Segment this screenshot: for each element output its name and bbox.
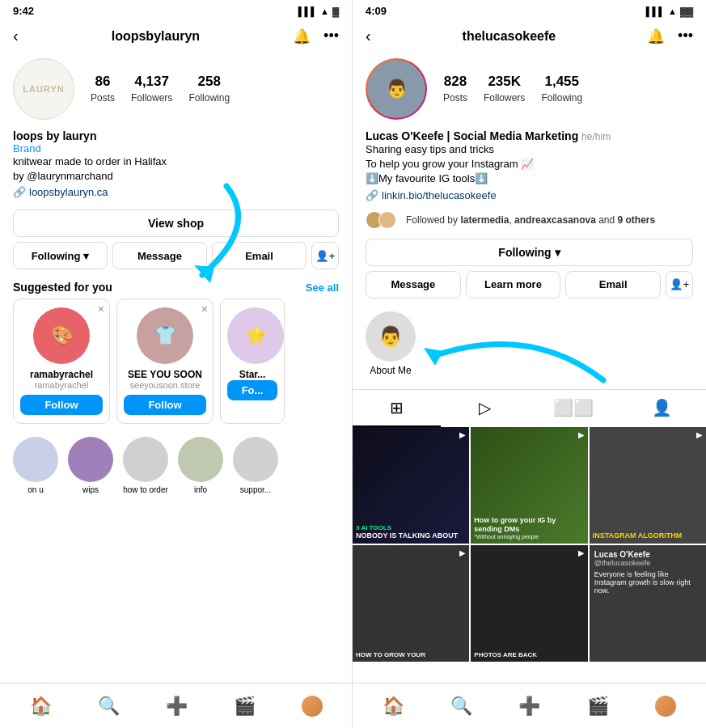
post-thumb-5[interactable]: ▶ PHOTOS ARE BACK bbox=[471, 545, 587, 662]
profile-nav-avatar-right[interactable] bbox=[655, 696, 676, 717]
following-button-right[interactable]: Following ▾ bbox=[366, 239, 693, 266]
add-nav-icon-left[interactable]: ➕ bbox=[166, 696, 188, 717]
post-overlay-5: PHOTOS ARE BACK bbox=[471, 648, 587, 662]
back-icon-right[interactable]: ‹ bbox=[366, 27, 371, 45]
status-icons-left: ▌▌▌ ▲ ▓ bbox=[298, 6, 339, 16]
close-card-1[interactable]: × bbox=[98, 303, 104, 315]
home-nav-icon-right[interactable]: 🏠 bbox=[383, 696, 404, 717]
chevron-down-icon-right: ▾ bbox=[555, 246, 560, 259]
post-thumb-4[interactable]: ▶ HOW TO GROW YOUR bbox=[353, 545, 469, 662]
btn-row-right: Message Learn more Email 👤+ bbox=[366, 271, 693, 298]
avatar-left: LAURYN bbox=[13, 58, 74, 120]
learn-more-button[interactable]: Learn more bbox=[466, 271, 561, 298]
stat-following-left: 258 Following bbox=[188, 74, 230, 104]
more-icon[interactable]: ••• bbox=[323, 28, 339, 44]
reels-nav-icon-right[interactable]: 🎬 bbox=[587, 696, 609, 717]
tab-tagged[interactable]: 👤 bbox=[618, 390, 706, 427]
nav-icons-right: 🔔 ••• bbox=[647, 28, 693, 45]
see-all-link[interactable]: See all bbox=[306, 281, 339, 294]
grid-tabs-right: ⊞ ▷ ⬜⬜ 👤 bbox=[353, 389, 706, 427]
status-bar-left: 9:42 ▌▌▌ ▲ ▓ bbox=[0, 0, 352, 20]
bio-name-left: loops by lauryn bbox=[13, 129, 339, 142]
bio-link-left[interactable]: 🔗 loopsbylauryn.ca bbox=[13, 186, 339, 198]
story-item-4[interactable]: info bbox=[178, 437, 223, 494]
story-label-2: wips bbox=[82, 485, 99, 494]
post-thumb-6[interactable]: Lucas O'Keefe @thelucasokeefe Everyone i… bbox=[590, 545, 706, 662]
follow-button-1[interactable]: Follow bbox=[20, 395, 103, 415]
story-circle-2 bbox=[68, 437, 113, 482]
wifi-icon: ▲ bbox=[320, 6, 329, 16]
bio-name-right: Lucas O'Keefe | Social Media Marketing h… bbox=[366, 129, 693, 142]
stat-followers-right: 235K Followers bbox=[484, 74, 525, 104]
search-nav-icon-right[interactable]: 🔍 bbox=[450, 696, 472, 717]
story-label-1: on u bbox=[27, 485, 43, 494]
suggested-card-3: ⭐ Star... Fo... bbox=[220, 298, 285, 424]
bio-link-right[interactable]: 🔗 linkin.bio/thelucasokeefe bbox=[366, 189, 693, 201]
story-label-3: how to order bbox=[123, 485, 168, 494]
reel-icon-4: ▶ bbox=[459, 548, 466, 557]
about-me-highlight[interactable]: 👨 About Me bbox=[366, 307, 416, 381]
story-circle-5 bbox=[233, 437, 278, 482]
message-button-left[interactable]: Message bbox=[112, 242, 207, 269]
follow-button-2[interactable]: Follow bbox=[124, 395, 206, 415]
tab-reels[interactable]: ▷ bbox=[441, 390, 529, 427]
following-button-left[interactable]: Following ▾ bbox=[13, 242, 108, 269]
tab-collab[interactable]: ⬜⬜ bbox=[530, 390, 618, 427]
profile-nav-avatar-left[interactable] bbox=[302, 696, 323, 717]
suggested-avatar-2: 👕 bbox=[137, 307, 193, 364]
profile-username-left: loopsbylauryn bbox=[112, 29, 200, 44]
posts-label-right: Posts bbox=[443, 92, 467, 104]
suggested-name-3: Star... bbox=[227, 369, 277, 380]
post-thumb-1[interactable]: ▶ 3 AI TOOLS NOBODY IS TALKING ABOUT bbox=[353, 427, 469, 544]
bio-pronouns-right: he/him bbox=[581, 131, 611, 142]
nav-icons-left: 🔔 ••• bbox=[293, 28, 339, 45]
reel-icon-1: ▶ bbox=[459, 430, 466, 439]
post-thumb-3[interactable]: ▶ INSTAGRAM ALGORITHM bbox=[590, 427, 706, 544]
add-person-button-left[interactable]: 👤+ bbox=[311, 242, 339, 269]
email-button-left[interactable]: Email bbox=[212, 242, 306, 269]
followers-label-left: Followers bbox=[131, 92, 172, 104]
add-nav-icon-right[interactable]: ➕ bbox=[518, 696, 540, 717]
action-buttons-right: Following ▾ Message Learn more Email 👤+ bbox=[353, 234, 706, 303]
suggested-header-left: Suggested for you See all bbox=[0, 274, 352, 298]
bell-icon-right[interactable]: 🔔 bbox=[647, 28, 665, 45]
follow-button-3[interactable]: Fo... bbox=[227, 380, 277, 400]
search-nav-icon-left[interactable]: 🔍 bbox=[98, 696, 120, 717]
nav-bar-right: ‹ thelucasokeefe 🔔 ••• bbox=[353, 20, 706, 52]
story-item-1[interactable]: on u bbox=[13, 437, 58, 494]
following-label-right-btn: Following bbox=[498, 246, 551, 259]
more-icon-right[interactable]: ••• bbox=[678, 28, 693, 44]
signal-icon: ▌▌▌ bbox=[298, 6, 317, 16]
right-phone: 4:09 ▌▌▌ ▲ ▓▓ ‹ thelucasokeefe 🔔 ••• 👨 8… bbox=[353, 0, 706, 728]
bell-icon[interactable]: 🔔 bbox=[293, 28, 311, 45]
btn-row-left: Following ▾ Message Email 👤+ bbox=[13, 242, 339, 269]
bio-category-left: Brand bbox=[13, 142, 339, 154]
add-person-button-right[interactable]: 👤+ bbox=[666, 271, 693, 298]
chevron-down-icon: ▾ bbox=[83, 250, 89, 262]
stories-row-left: on u wips how to order info suppor... bbox=[0, 430, 352, 497]
about-me-circle: 👨 bbox=[366, 311, 416, 362]
post-thumb-2[interactable]: ▶ How to grow your IG by sending DMs *Wi… bbox=[471, 427, 587, 544]
close-card-2[interactable]: × bbox=[201, 303, 208, 315]
stats-right: 828 Posts 235K Followers 1,455 Following bbox=[443, 74, 582, 104]
post-overlay-1: 3 AI TOOLS NOBODY IS TALKING ABOUT bbox=[353, 521, 469, 544]
followers-count-left: 4,137 bbox=[131, 74, 172, 90]
email-button-right[interactable]: Email bbox=[565, 271, 661, 298]
following-label-btn-left: Following bbox=[32, 250, 81, 262]
followers-label-right: Followers bbox=[484, 92, 525, 104]
followed-avatars bbox=[366, 211, 391, 229]
status-icons-right: ▌▌▌ ▲ ▓▓ bbox=[646, 6, 693, 16]
bottom-nav-right: 🏠 🔍 ➕ 🎬 bbox=[353, 683, 706, 728]
back-icon[interactable]: ‹ bbox=[13, 27, 19, 45]
message-button-right[interactable]: Message bbox=[366, 271, 461, 298]
suggested-scroll: × 🎨 ramabyrachel ramabyrachel Follow × 👕… bbox=[0, 298, 352, 424]
story-item-5[interactable]: suppor... bbox=[233, 437, 278, 494]
story-item-2[interactable]: wips bbox=[68, 437, 113, 494]
home-nav-icon-left[interactable]: 🏠 bbox=[30, 696, 52, 717]
reels-nav-icon-left[interactable]: 🎬 bbox=[234, 696, 256, 717]
story-item-3[interactable]: how to order bbox=[123, 437, 168, 494]
posts-label-left: Posts bbox=[91, 92, 115, 104]
tab-grid[interactable]: ⊞ bbox=[353, 390, 441, 427]
view-shop-button[interactable]: View shop bbox=[13, 210, 339, 237]
profile-info-left: LAURYN 86 Posts 4,137 Followers 258 Foll… bbox=[0, 52, 352, 126]
